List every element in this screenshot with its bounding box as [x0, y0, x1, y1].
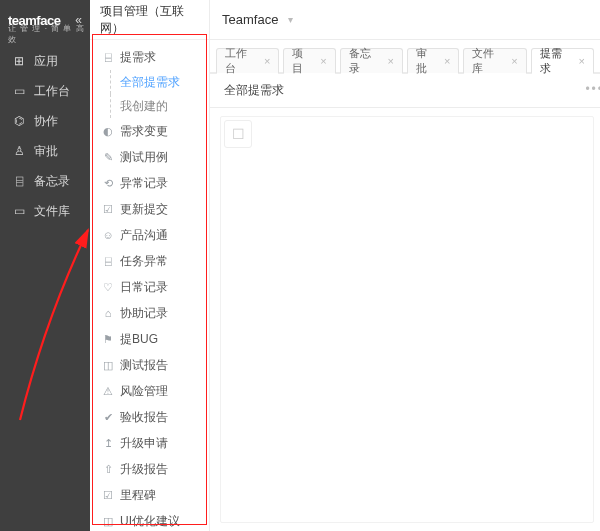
- sidebar-item-label: 协作: [34, 113, 58, 130]
- sidebar-item-icon: ⌸: [12, 174, 26, 188]
- subheader-title: 全部提需求: [224, 82, 284, 99]
- panel-item-label: 验收报告: [120, 409, 168, 426]
- sidebar-item-5[interactable]: ▭文件库: [0, 196, 90, 226]
- tab-3[interactable]: 审批×: [407, 48, 459, 74]
- panel-item-8[interactable]: ⚑提BUG: [90, 326, 209, 352]
- panel-item-11[interactable]: ✔验收报告: [90, 404, 209, 430]
- panel-item-5[interactable]: ⌸任务异常: [90, 248, 209, 274]
- panel-item-label: 里程碑: [120, 487, 156, 504]
- panel-item-label: 测试用例: [120, 149, 168, 166]
- panel-item-label: UI优化建议: [120, 513, 180, 530]
- panel-item-label: 提需求: [120, 49, 156, 66]
- tab-label: 工作台: [225, 46, 258, 76]
- empty-card-placeholder[interactable]: ☐: [224, 120, 252, 148]
- tab-1[interactable]: 项目×: [283, 48, 335, 74]
- panel-item-label: 产品沟通: [120, 227, 168, 244]
- panel-item-label: 更新提交: [120, 201, 168, 218]
- tab-label: 审批: [416, 46, 438, 76]
- sidebar-item-label: 备忘录: [34, 173, 70, 190]
- sidebar-item-2[interactable]: ⌬协作: [0, 106, 90, 136]
- panel-item-7[interactable]: ⌂协助记录: [90, 300, 209, 326]
- brand-block: teamface 让 管 理 · 简 单 高 效 «: [0, 0, 90, 40]
- panel-root-item[interactable]: ⌸提需求: [90, 44, 209, 70]
- app-title: Teamface: [222, 12, 278, 27]
- panel-item-0[interactable]: ◐需求变更: [90, 118, 209, 144]
- content-more-icon[interactable]: •••: [585, 82, 600, 96]
- panel-sub-item-0[interactable]: 全部提需求: [90, 70, 209, 94]
- panel-item-icon: ⌸: [102, 51, 114, 63]
- panel-item-label: 升级报告: [120, 461, 168, 478]
- panel-item-6[interactable]: ♡日常记录: [90, 274, 209, 300]
- panel-item-icon: ⇧: [102, 463, 114, 476]
- panel-item-12[interactable]: ↥升级申请: [90, 430, 209, 456]
- tab-close-icon[interactable]: ×: [388, 55, 394, 67]
- panel-item-label: 需求变更: [120, 123, 168, 140]
- sidebar-item-icon: ⌬: [12, 114, 26, 128]
- panel-item-10[interactable]: ⚠风险管理: [90, 378, 209, 404]
- main-area: Teamface ▾ 工作台×项目×备忘录×审批×文件库×提需求× 全部提需求 …: [210, 0, 600, 531]
- tab-4[interactable]: 文件库×: [463, 48, 526, 74]
- tab-label: 项目: [292, 46, 314, 76]
- panel-item-icon: ◫: [102, 515, 114, 528]
- sidebar-item-0[interactable]: ⊞应用: [0, 46, 90, 76]
- tab-label: 备忘录: [349, 46, 382, 76]
- sidebar-item-3[interactable]: ♙审批: [0, 136, 90, 166]
- topbar: Teamface ▾: [210, 0, 600, 40]
- content-frame: [220, 116, 594, 523]
- panel-item-1[interactable]: ✎测试用例: [90, 144, 209, 170]
- tab-close-icon[interactable]: ×: [264, 55, 270, 67]
- panel-list: ⌸提需求全部提需求我创建的◐需求变更✎测试用例⟲异常记录☑更新提交☺产品沟通⌸任…: [90, 40, 209, 531]
- sidebar-item-icon: ▭: [12, 204, 26, 218]
- panel-item-label: 日常记录: [120, 279, 168, 296]
- panel-item-icon: ↥: [102, 437, 114, 450]
- panel-item-icon: ⚑: [102, 333, 114, 346]
- sidebar-item-icon: ♙: [12, 144, 26, 158]
- tab-close-icon[interactable]: ×: [444, 55, 450, 67]
- panel-item-icon: ☺: [102, 229, 114, 241]
- panel-item-icon: ♡: [102, 281, 114, 294]
- tab-close-icon[interactable]: ×: [320, 55, 326, 67]
- content-area: ☐ •••: [210, 108, 600, 531]
- panel-item-icon: ⟲: [102, 177, 114, 190]
- panel-item-icon: ◫: [102, 359, 114, 372]
- panel-item-label: 测试报告: [120, 357, 168, 374]
- panel-item-icon: ◐: [102, 125, 114, 138]
- panel-item-label: 任务异常: [120, 253, 168, 270]
- panel-item-icon: ✔: [102, 411, 114, 424]
- panel-item-4[interactable]: ☺产品沟通: [90, 222, 209, 248]
- panel-sub-item-1[interactable]: 我创建的: [90, 94, 209, 118]
- panel-item-icon: ☑: [102, 203, 114, 216]
- sidebar-items: ⊞应用▭工作台⌬协作♙审批⌸备忘录▭文件库: [0, 40, 90, 226]
- panel-item-15[interactable]: ◫UI优化建议: [90, 508, 209, 531]
- tab-close-icon[interactable]: ×: [511, 55, 517, 67]
- tab-2[interactable]: 备忘录×: [340, 48, 403, 74]
- panel-item-14[interactable]: ☑里程碑: [90, 482, 209, 508]
- tab-label: 文件库: [472, 46, 505, 76]
- project-panel: 项目管理（互联网） ⌸提需求全部提需求我创建的◐需求变更✎测试用例⟲异常记录☑更…: [90, 0, 210, 531]
- tab-0[interactable]: 工作台×: [216, 48, 279, 74]
- sidebar-item-icon: ⊞: [12, 54, 26, 68]
- sidebar-item-1[interactable]: ▭工作台: [0, 76, 90, 106]
- panel-item-9[interactable]: ◫测试报告: [90, 352, 209, 378]
- panel-item-2[interactable]: ⟲异常记录: [90, 170, 209, 196]
- panel-item-icon: ✎: [102, 151, 114, 164]
- panel-item-label: 风险管理: [120, 383, 168, 400]
- tab-label: 提需求: [540, 46, 573, 76]
- tab-bar: 工作台×项目×备忘录×审批×文件库×提需求×: [210, 40, 600, 74]
- tab-5[interactable]: 提需求×: [531, 48, 594, 74]
- panel-item-icon: ⌸: [102, 255, 114, 267]
- app-dropdown-icon[interactable]: ▾: [288, 14, 293, 25]
- tab-close-icon[interactable]: ×: [579, 55, 585, 67]
- panel-item-icon: ☑: [102, 489, 114, 502]
- main-sidebar: teamface 让 管 理 · 简 单 高 效 « ⊞应用▭工作台⌬协作♙审批…: [0, 0, 90, 531]
- panel-item-label: 提BUG: [120, 331, 158, 348]
- sidebar-item-label: 文件库: [34, 203, 70, 220]
- panel-item-icon: ⌂: [102, 307, 114, 319]
- sidebar-item-4[interactable]: ⌸备忘录: [0, 166, 90, 196]
- panel-item-3[interactable]: ☑更新提交: [90, 196, 209, 222]
- content-subheader: 全部提需求: [210, 74, 600, 108]
- sidebar-item-icon: ▭: [12, 84, 26, 98]
- app-root: teamface 让 管 理 · 简 单 高 效 « ⊞应用▭工作台⌬协作♙审批…: [0, 0, 600, 531]
- panel-item-13[interactable]: ⇧升级报告: [90, 456, 209, 482]
- brand-tagline: 让 管 理 · 简 单 高 效: [8, 23, 90, 45]
